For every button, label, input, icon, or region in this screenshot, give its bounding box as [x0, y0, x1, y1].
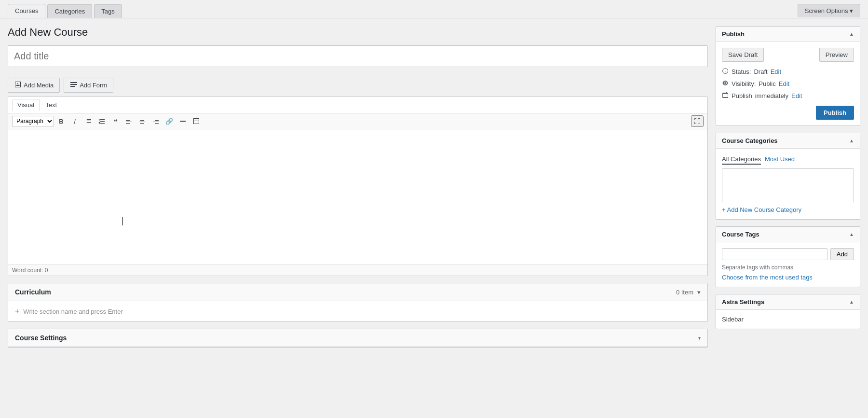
- publish-panel-body: Save Draft Preview Status: Draft Edit: [716, 42, 860, 125]
- publish-status-row: Status: Draft Edit: [722, 68, 854, 76]
- publish-meta: Status: Draft Edit Visibility: Public Ed…: [722, 68, 854, 100]
- astra-settings-title: Astra Settings: [722, 298, 764, 306]
- categories-chevron-icon: ▲: [849, 138, 854, 143]
- media-icon: [14, 81, 22, 90]
- table-button[interactable]: [190, 115, 203, 127]
- add-media-label: Add Media: [24, 82, 54, 89]
- save-draft-button[interactable]: Save Draft: [722, 48, 764, 62]
- curriculum-chevron-icon: ▾: [697, 289, 701, 296]
- course-tags-body: Add Separate tags with commas Choose fro…: [716, 242, 860, 287]
- categories-list-box: [722, 168, 854, 202]
- tags-add-button[interactable]: Add: [830, 248, 854, 260]
- editor-content[interactable]: |: [8, 129, 707, 265]
- fullscreen-button[interactable]: [691, 115, 704, 127]
- word-count: Word count: 0: [8, 265, 707, 276]
- bold-button[interactable]: B: [55, 115, 68, 127]
- plus-icon: +: [15, 307, 19, 316]
- form-icon: [70, 81, 78, 90]
- most-used-tab[interactable]: Most Used: [765, 154, 795, 165]
- tags-input-row: Add: [722, 248, 854, 260]
- astra-settings-panel: Astra Settings ▲ Sidebar: [716, 294, 860, 329]
- course-title-input[interactable]: [8, 45, 708, 67]
- screen-options-button[interactable]: Screen Options ▾: [798, 4, 860, 17]
- nav-tab-tags[interactable]: Tags: [94, 4, 122, 18]
- ordered-list-button[interactable]: [95, 115, 108, 127]
- curriculum-title: Curriculum: [15, 288, 51, 296]
- categories-tabs: All Categories Most Used: [722, 154, 854, 165]
- visibility-label: Visibility:: [732, 80, 756, 87]
- course-categories-title: Course Categories: [722, 137, 778, 144]
- content-area: Add New Course Add Media Add Form: [8, 26, 708, 354]
- page-title: Add New Course: [8, 26, 708, 39]
- blockquote-button[interactable]: ❝: [109, 115, 122, 127]
- formatting-bar: Paragraph B I ❝: [8, 113, 707, 129]
- nav-tab-categories[interactable]: Categories: [47, 4, 92, 18]
- editor-view-tabs: Visual Text: [12, 99, 62, 111]
- add-category-link[interactable]: + Add New Course Category: [722, 206, 801, 213]
- course-tags-panel: Course Tags ▲ Add Separate tags with com…: [716, 226, 860, 287]
- visual-tab[interactable]: Visual: [12, 99, 40, 111]
- publish-time-row: Publish immediately Edit: [722, 92, 854, 100]
- all-categories-tab[interactable]: All Categories: [722, 154, 761, 165]
- tags-separator-hint: Separate tags with commas: [722, 264, 854, 271]
- add-form-label: Add Form: [80, 82, 107, 89]
- curriculum-section: Curriculum 0 Item ▾ + Write section name…: [8, 283, 708, 322]
- editor-top-bar: Visual Text: [8, 97, 707, 113]
- publish-button[interactable]: Publish: [816, 106, 854, 120]
- tags-chevron-icon: ▲: [849, 232, 854, 237]
- italic-button[interactable]: I: [68, 115, 81, 127]
- publish-chevron-icon: ▲: [849, 31, 854, 37]
- align-left-button[interactable]: [122, 115, 135, 127]
- course-settings-section: Course Settings ▾: [8, 329, 708, 348]
- curriculum-item-count: 0 Item: [676, 289, 693, 296]
- unordered-list-button[interactable]: [82, 115, 95, 127]
- editor-toolbar-row: Add Media Add Form: [8, 74, 708, 97]
- section-name-placeholder[interactable]: Write section name and press Enter: [23, 308, 122, 315]
- status-label: Status:: [732, 68, 751, 75]
- publish-panel-header[interactable]: Publish ▲: [716, 27, 860, 42]
- publish-visibility-row: Visibility: Public Edit: [722, 80, 854, 88]
- tags-input[interactable]: [722, 248, 827, 260]
- nav-tab-courses[interactable]: Courses: [8, 4, 45, 18]
- curriculum-section-header: Curriculum 0 Item ▾: [8, 283, 707, 301]
- sidebar: Publish ▲ Save Draft Preview Status: Dra…: [716, 26, 860, 354]
- visibility-edit-link[interactable]: Edit: [779, 80, 789, 87]
- calendar-icon: [722, 92, 729, 100]
- curriculum-input-row: + Write section name and press Enter: [8, 301, 707, 321]
- publish-actions: Save Draft Preview: [722, 48, 854, 62]
- align-center-button[interactable]: [136, 115, 149, 127]
- course-settings-title: Course Settings: [15, 334, 67, 342]
- course-settings-chevron-icon: ▾: [698, 335, 701, 341]
- main-wrapper: Add New Course Add Media Add Form: [0, 18, 868, 362]
- editor-box: Visual Text Paragraph B I ❝: [8, 97, 708, 276]
- status-edit-link[interactable]: Edit: [771, 68, 781, 75]
- course-categories-panel-header[interactable]: Course Categories ▲: [716, 133, 860, 149]
- course-tags-title: Course Tags: [722, 231, 760, 238]
- add-form-button[interactable]: Add Form: [64, 78, 113, 93]
- course-categories-panel: Course Categories ▲ All Categories Most …: [716, 133, 860, 220]
- publish-time-label: Publish: [732, 92, 752, 99]
- paragraph-select[interactable]: Paragraph: [12, 116, 54, 126]
- course-settings-header[interactable]: Course Settings ▾: [8, 329, 707, 347]
- visibility-value: Public: [759, 80, 775, 87]
- tags-choose-link[interactable]: Choose from the most used tags: [722, 274, 813, 281]
- publish-panel-title: Publish: [722, 30, 745, 38]
- link-button[interactable]: 🔗: [163, 115, 176, 127]
- preview-button[interactable]: Preview: [819, 48, 854, 62]
- course-tags-panel-header[interactable]: Course Tags ▲: [716, 227, 860, 242]
- text-tab[interactable]: Text: [41, 99, 62, 111]
- astra-settings-body: Sidebar: [716, 310, 860, 329]
- course-categories-body: All Categories Most Used + Add New Cours…: [716, 149, 860, 219]
- astra-chevron-icon: ▲: [849, 299, 854, 305]
- publish-panel: Publish ▲ Save Draft Preview Status: Dra…: [716, 26, 860, 126]
- astra-settings-header[interactable]: Astra Settings ▲: [716, 294, 860, 310]
- visibility-icon: [722, 80, 729, 88]
- align-right-button[interactable]: [149, 115, 162, 127]
- status-icon: [722, 68, 729, 76]
- publish-time-edit-link[interactable]: Edit: [791, 92, 802, 99]
- curriculum-meta: 0 Item ▾: [676, 289, 701, 296]
- sidebar-label: Sidebar: [722, 316, 744, 323]
- add-media-button[interactable]: Add Media: [8, 78, 60, 93]
- more-button[interactable]: [176, 115, 189, 127]
- top-nav: Courses Categories Tags Screen Options ▾: [0, 0, 868, 18]
